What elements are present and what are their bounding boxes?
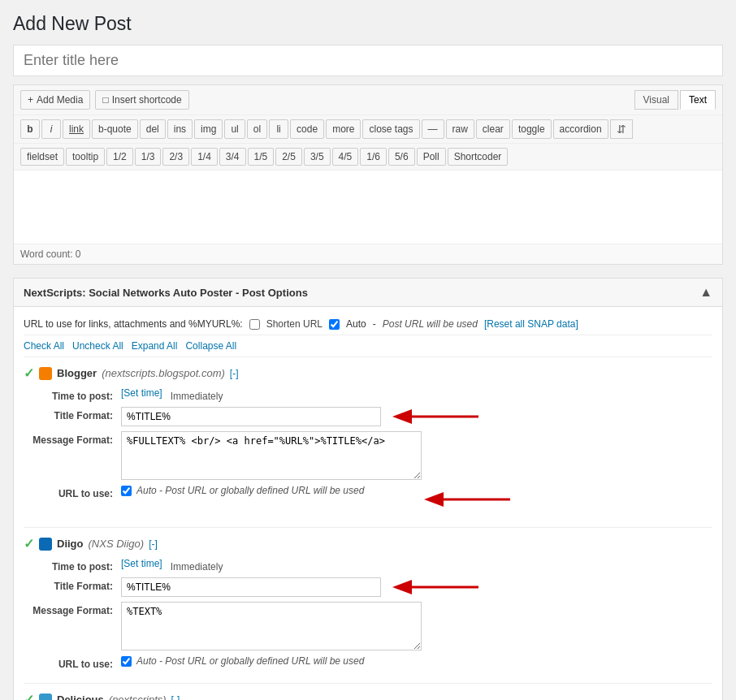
- shorten-url-label: Shorten URL: [266, 318, 323, 330]
- diigo-subtitle: (NXS Diigo): [89, 538, 145, 550]
- two-fifth-btn[interactable]: 2/5: [275, 148, 302, 166]
- snap-panel-header: NextScripts: Social Networks Auto Poster…: [14, 279, 722, 307]
- snap-collapse-btn[interactable]: ▲: [699, 285, 712, 300]
- auto-url-checkbox[interactable]: [329, 319, 340, 330]
- three-fifth-btn[interactable]: 3/5: [304, 148, 331, 166]
- media-icon: +: [28, 94, 33, 106]
- shortcoder-btn[interactable]: Shortcoder: [448, 148, 509, 166]
- quarter-btn[interactable]: 1/4: [191, 148, 218, 166]
- diigo-time-value: Immediately: [171, 558, 223, 573]
- word-count-label: Word count:: [20, 248, 72, 260]
- italic-btn[interactable]: i: [41, 119, 61, 139]
- diigo-title-input[interactable]: [121, 577, 381, 597]
- blogger-url-checkbox-row: Auto - Post URL or globally defined URL …: [121, 485, 364, 496]
- img-btn[interactable]: img: [194, 119, 223, 139]
- clear-btn[interactable]: clear: [476, 119, 510, 139]
- blogger-time-label: Time to post:: [24, 387, 113, 402]
- text-btn[interactable]: Text: [680, 90, 716, 110]
- diigo-url-label: URL to use:: [24, 655, 113, 670]
- blogger-message-row: Message Format: %FULLTEXT% <br/> <a href…: [24, 431, 712, 480]
- network-block-diigo: ✓ Diigo (NXS Diigo) [-] Time to post: [S…: [24, 528, 712, 684]
- toolbar-right: Visual Text: [634, 90, 716, 110]
- code-btn[interactable]: code: [290, 119, 324, 139]
- diigo-url-auto-checkbox[interactable]: [121, 656, 132, 667]
- word-count-bar: Word count: 0: [14, 244, 722, 264]
- collapse-all-link[interactable]: Collapse All: [185, 340, 236, 352]
- diigo-url-auto-label: Auto - Post URL or globally defined URL …: [136, 655, 364, 667]
- more-btn[interactable]: more: [326, 119, 361, 139]
- reset-snap-link[interactable]: [Reset all SNAP data]: [484, 318, 578, 330]
- insert-shortcode-button[interactable]: □ Insert shortcode: [95, 90, 188, 110]
- blogger-url-row: URL to use: Auto - Post URL or globally …: [24, 485, 712, 514]
- editor-content[interactable]: [14, 171, 722, 244]
- expand-all-link[interactable]: Expand All: [132, 340, 178, 352]
- snap-panel-title: NextScripts: Social Networks Auto Poster…: [24, 287, 308, 299]
- network-header-diigo: ✓ Diigo (NXS Diigo) [-]: [24, 536, 712, 551]
- del-btn[interactable]: del: [140, 119, 166, 139]
- close-tags-btn[interactable]: close tags: [362, 119, 419, 139]
- ins-btn[interactable]: ins: [167, 119, 193, 139]
- shortcode-icon: □: [102, 94, 108, 106]
- half-btn[interactable]: 1/2: [106, 148, 133, 166]
- add-media-label: Add Media: [37, 94, 83, 106]
- delicious-name: Delicious: [57, 694, 104, 700]
- ol-btn[interactable]: ol: [247, 119, 267, 139]
- blogger-set-time-link[interactable]: [Set time]: [121, 387, 162, 399]
- check-all-link[interactable]: Check All: [24, 340, 64, 352]
- diigo-toggle[interactable]: [-]: [149, 538, 158, 550]
- diigo-title-label: Title Format:: [24, 577, 113, 592]
- raw-btn[interactable]: raw: [446, 119, 474, 139]
- uncheck-all-link[interactable]: Uncheck All: [72, 340, 123, 352]
- diigo-title-row: Title Format:: [24, 577, 712, 597]
- link-btn[interactable]: link: [63, 119, 90, 139]
- fieldset-btn[interactable]: fieldset: [20, 148, 64, 166]
- one-sixth-btn[interactable]: 1/6: [360, 148, 387, 166]
- auto-url-label: Auto: [346, 318, 366, 330]
- diigo-message-row: Message Format: %TEXT%: [24, 602, 712, 650]
- three-quarters-btn[interactable]: 3/4: [219, 148, 246, 166]
- one-fifth-btn[interactable]: 1/5: [248, 148, 275, 166]
- shorten-url-checkbox[interactable]: [249, 319, 260, 330]
- blogger-url-auto-label: Auto - Post URL or globally defined URL …: [136, 485, 364, 496]
- blogger-title-row: Title Format:: [24, 407, 712, 426]
- snap-panel-content: URL to use for links, attachments and %M…: [14, 307, 722, 700]
- delicious-subtitle: (nextscripts): [109, 694, 167, 700]
- bquote-btn[interactable]: b-quote: [92, 119, 138, 139]
- diigo-icon: [39, 538, 52, 551]
- blogger-title-label: Title Format:: [24, 407, 113, 421]
- diigo-url-row: URL to use: Auto - Post URL or globally …: [24, 655, 712, 670]
- post-title-input[interactable]: [13, 45, 723, 76]
- four-fifth-btn[interactable]: 4/5: [332, 148, 359, 166]
- blogger-time-value: Immediately: [171, 387, 223, 402]
- third-btn[interactable]: 1/3: [135, 148, 162, 166]
- ul-btn[interactable]: ul: [224, 119, 245, 139]
- blogger-name: Blogger: [57, 367, 97, 379]
- diigo-message-input[interactable]: %TEXT%: [121, 602, 422, 650]
- bold-btn[interactable]: b: [20, 119, 40, 139]
- toolbar-left: + Add Media □ Insert shortcode: [20, 90, 189, 110]
- tooltip-btn[interactable]: tooltip: [66, 148, 105, 166]
- em-dash-btn[interactable]: —: [422, 119, 444, 139]
- accordion-btn[interactable]: accordion: [553, 119, 608, 139]
- blogger-url-auto-checkbox[interactable]: [121, 486, 132, 496]
- blogger-message-input[interactable]: %FULLTEXT% <br/> <a href="%URL%">%TITLE%…: [121, 431, 422, 480]
- diigo-set-time-link[interactable]: [Set time]: [121, 558, 162, 569]
- poll-btn[interactable]: Poll: [417, 148, 446, 166]
- li-btn[interactable]: li: [269, 119, 288, 139]
- diigo-time-label: Time to post:: [24, 558, 113, 573]
- blogger-toggle[interactable]: [-]: [230, 368, 239, 379]
- two-thirds-btn[interactable]: 2/3: [162, 148, 189, 166]
- fullscreen-btn[interactable]: ⇵: [610, 119, 633, 139]
- toggle-btn[interactable]: toggle: [512, 119, 552, 139]
- add-media-button[interactable]: + Add Media: [20, 90, 90, 110]
- blogger-time-row: Time to post: [Set time] Immediately: [24, 387, 712, 402]
- delicious-toggle[interactable]: [-]: [171, 694, 180, 701]
- network-block-blogger: ✓ Blogger (nextscripts.blogspot.com) [-]…: [24, 357, 712, 528]
- format-btns-row1: b i link b-quote del ins img ul ol li co…: [14, 115, 722, 144]
- visual-btn[interactable]: Visual: [634, 90, 678, 110]
- five-sixth-btn[interactable]: 5/6: [388, 148, 415, 166]
- blogger-title-input[interactable]: [121, 407, 381, 426]
- word-count-value: 0: [76, 248, 81, 260]
- insert-shortcode-label: Insert shortcode: [112, 94, 182, 106]
- diigo-title-arrow: [389, 573, 487, 602]
